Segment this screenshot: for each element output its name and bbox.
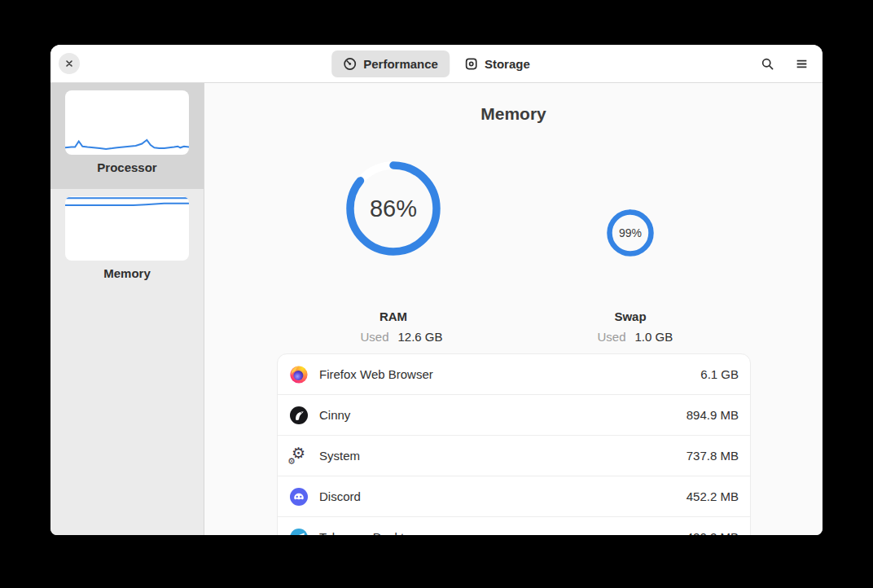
ram-used-value: 12.6 GB (398, 330, 484, 344)
firefox-icon (289, 365, 309, 384)
hamburger-menu-icon (795, 57, 809, 71)
menu-button[interactable] (788, 50, 814, 77)
sidebar: Processor Memory (50, 83, 204, 535)
close-icon (64, 58, 75, 69)
ram-used-label: Used (304, 330, 389, 344)
process-list: Firefox Web Browser 6.1 GB Cinny 894.9 M… (277, 353, 751, 535)
view-switcher: Performance Storage (331, 45, 542, 82)
process-name: Cinny (319, 408, 350, 422)
sidebar-item-memory[interactable]: Memory (50, 189, 204, 295)
swap-used-label: Used (541, 330, 626, 344)
system-gears-icon: ⚙⚙ (289, 446, 309, 466)
tab-storage[interactable]: Storage (453, 50, 542, 77)
headerbar: Performance Storage (50, 45, 823, 83)
swap-gauge: 99% (607, 209, 654, 257)
process-name: Firefox Web Browser (319, 367, 433, 381)
close-button[interactable] (59, 53, 80, 74)
speedometer-icon (343, 57, 357, 71)
process-memory: 452.2 MB (687, 489, 739, 503)
page-title: Memory (204, 104, 823, 124)
ram-gauge: 86% (346, 161, 441, 256)
process-row-firefox[interactable]: Firefox Web Browser 6.1 GB (278, 354, 750, 395)
drive-icon (464, 57, 478, 71)
app-body: Processor Memory Memory 86% RAM (50, 83, 823, 535)
swap-label: Swap (549, 309, 712, 323)
swap-used-value: 1.0 GB (635, 330, 721, 344)
memory-chart-thumbnail (65, 196, 189, 261)
process-memory: 420.2 MB (687, 530, 739, 535)
process-name: Discord (319, 489, 361, 503)
swap-percent: 99% (607, 209, 654, 257)
process-memory: 894.9 MB (687, 408, 739, 422)
header-actions (754, 45, 814, 82)
memory-page: Memory 86% RAM Used 12.6 GB Available 1.… (204, 83, 823, 535)
ram-label: RAM (312, 309, 475, 323)
process-name: System (319, 449, 360, 463)
app-window: Performance Storage Processor (50, 45, 823, 535)
process-row-system[interactable]: ⚙⚙ System 737.8 MB (278, 436, 750, 476)
search-icon (761, 57, 774, 71)
process-row-telegram[interactable]: Telegram Desktop 420.2 MB (278, 517, 750, 535)
process-memory: 737.8 MB (687, 449, 739, 463)
sidebar-item-memory-label: Memory (103, 266, 151, 280)
tab-performance[interactable]: Performance (331, 50, 450, 77)
cinny-icon (289, 406, 309, 425)
tab-performance-label: Performance (363, 57, 438, 71)
telegram-icon (289, 528, 309, 536)
sidebar-item-processor-label: Processor (97, 160, 156, 174)
process-memory: 6.1 GB (700, 367, 739, 381)
process-row-discord[interactable]: Discord 452.2 MB (278, 476, 750, 517)
search-button[interactable] (754, 50, 780, 77)
process-row-cinny[interactable]: Cinny 894.9 MB (278, 395, 750, 436)
process-name: Telegram Desktop (319, 530, 418, 535)
discord-icon (289, 487, 309, 507)
ram-percent: 86% (346, 161, 441, 256)
processor-chart-thumbnail (65, 90, 189, 155)
tab-storage-label: Storage (485, 57, 530, 71)
sidebar-item-processor[interactable]: Processor (50, 83, 204, 189)
